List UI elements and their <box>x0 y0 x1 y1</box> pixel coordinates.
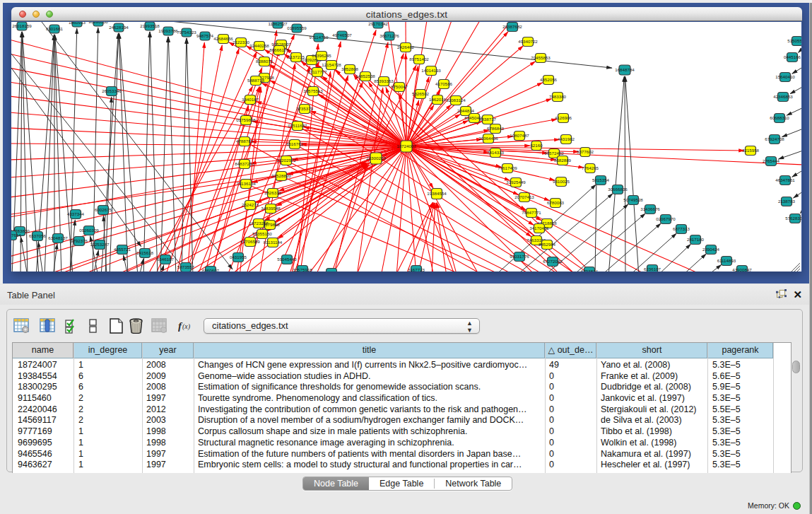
svg-text:19384554: 19384554 <box>427 191 447 196</box>
svg-text:6786843: 6786843 <box>487 126 505 131</box>
svg-text:6360607: 6360607 <box>202 268 220 271</box>
svg-text:31925449: 31925449 <box>506 180 526 185</box>
svg-text:56355150: 56355150 <box>252 231 272 236</box>
svg-text:8288072: 8288072 <box>256 59 273 64</box>
svg-text:85393363: 85393363 <box>374 78 394 83</box>
svg-text:07511637: 07511637 <box>288 123 307 128</box>
svg-text:14852538: 14852538 <box>355 74 375 78</box>
svg-text:14014193: 14014193 <box>421 68 441 73</box>
svg-text:39575513: 39575513 <box>303 88 323 93</box>
svg-text:9487574: 9487574 <box>196 33 214 38</box>
svg-text:8301661: 8301661 <box>46 26 64 31</box>
svg-text:2817180: 2817180 <box>687 237 705 242</box>
svg-text:4352056: 4352056 <box>540 77 558 82</box>
svg-text:26053346: 26053346 <box>102 88 122 93</box>
svg-text:5888718: 5888718 <box>247 78 265 83</box>
svg-text:77617409: 77617409 <box>498 165 517 170</box>
svg-text:11862527: 11862527 <box>268 22 288 26</box>
svg-text:85261149: 85261149 <box>322 270 341 271</box>
svg-text:51505561: 51505561 <box>787 38 801 43</box>
svg-text:34170471: 34170471 <box>529 226 549 230</box>
svg-text:20707413: 20707413 <box>514 194 534 199</box>
svg-text:9310025: 9310025 <box>553 179 570 184</box>
svg-text:67272042: 67272042 <box>543 259 563 264</box>
svg-text:2765444: 2765444 <box>763 158 780 163</box>
svg-text:75136134: 75136134 <box>236 181 256 186</box>
svg-text:8452984: 8452984 <box>539 242 556 247</box>
svg-text:36671276: 36671276 <box>379 33 399 38</box>
svg-text:61114893: 61114893 <box>717 258 736 263</box>
svg-text:2524273: 2524273 <box>242 202 259 207</box>
svg-text:15640410: 15640410 <box>775 74 795 79</box>
svg-text:57117777: 57117777 <box>307 69 327 74</box>
svg-text:6793814: 6793814 <box>581 269 599 271</box>
svg-text:89751402: 89751402 <box>409 57 429 62</box>
svg-text:5873557: 5873557 <box>177 264 195 269</box>
svg-text:2390424: 2390424 <box>702 247 720 252</box>
svg-text:0431955: 0431955 <box>230 255 247 259</box>
svg-text:5326502: 5326502 <box>412 91 430 96</box>
svg-text:86666176: 86666176 <box>269 47 289 52</box>
svg-text:3167723: 3167723 <box>408 267 425 271</box>
svg-text:22202972: 22202972 <box>276 158 296 163</box>
svg-text:4431982: 4431982 <box>558 136 575 141</box>
svg-text:4126906: 4126906 <box>555 115 572 120</box>
svg-text:49340722: 49340722 <box>518 39 538 44</box>
svg-text:4337344: 4337344 <box>67 211 85 216</box>
svg-text:43900847: 43900847 <box>732 267 752 271</box>
svg-text:2344834: 2344834 <box>457 108 475 113</box>
svg-text:4788783: 4788783 <box>236 139 254 144</box>
svg-text:87706589: 87706589 <box>240 239 260 244</box>
svg-text:8682889: 8682889 <box>554 158 572 163</box>
svg-text:42346853: 42346853 <box>773 94 793 99</box>
svg-text:8750047: 8750047 <box>391 84 408 89</box>
svg-text:97114710: 97114710 <box>309 35 329 40</box>
svg-text:92440268: 92440268 <box>249 43 269 48</box>
svg-text:12154728: 12154728 <box>322 62 341 67</box>
svg-text:6780083: 6780083 <box>547 200 565 205</box>
svg-text:49746507: 49746507 <box>332 33 352 37</box>
svg-text:19093786: 19093786 <box>158 28 178 33</box>
svg-text:3852808: 3852808 <box>341 66 359 71</box>
svg-text:59045440: 59045440 <box>277 257 297 262</box>
svg-text:62160: 62160 <box>530 143 543 148</box>
svg-text:20364436: 20364436 <box>478 136 498 141</box>
svg-text:50749528: 50749528 <box>623 197 643 202</box>
svg-text:67924708: 67924708 <box>765 136 784 141</box>
svg-text:46347861: 46347861 <box>775 177 795 182</box>
svg-text:2426462: 2426462 <box>397 45 415 49</box>
svg-text:1415618: 1415618 <box>136 250 154 255</box>
svg-text:6546107: 6546107 <box>157 257 175 262</box>
svg-text:01396245: 01396245 <box>312 53 331 58</box>
svg-text:84837261: 84837261 <box>235 161 254 166</box>
svg-text:7764265: 7764265 <box>582 165 599 170</box>
svg-text:2138783: 2138783 <box>778 199 796 204</box>
svg-text:29170342: 29170342 <box>368 22 388 26</box>
svg-text:6516761: 6516761 <box>286 141 304 146</box>
svg-text:92083124: 92083124 <box>446 98 466 103</box>
svg-text:81131144: 81131144 <box>264 240 283 245</box>
svg-text:23300203: 23300203 <box>366 156 386 160</box>
svg-text:7483380: 7483380 <box>549 94 567 99</box>
svg-text:5815354: 5815354 <box>592 177 610 182</box>
svg-text:79754323: 79754323 <box>177 30 196 35</box>
svg-text:6002675: 6002675 <box>95 207 112 212</box>
svg-text:11253287: 11253287 <box>90 242 110 247</box>
svg-text:42684656: 42684656 <box>213 36 233 41</box>
svg-text:21993518: 21993518 <box>140 23 160 28</box>
svg-text:97528820: 97528820 <box>271 173 291 178</box>
svg-text:90996030: 90996030 <box>88 22 108 24</box>
svg-text:02067970: 02067970 <box>656 216 676 221</box>
svg-text:6877313: 6877313 <box>673 226 690 231</box>
svg-text:9792376: 9792376 <box>71 238 88 243</box>
svg-text:63048137: 63048137 <box>48 235 68 240</box>
svg-text:18724007: 18724007 <box>396 144 416 148</box>
svg-text:40037614: 40037614 <box>11 233 21 238</box>
svg-text:2122330: 2122330 <box>233 40 250 45</box>
svg-text:26018159: 26018159 <box>12 23 32 28</box>
svg-text:70455853: 70455853 <box>531 55 551 60</box>
svg-text:6236107: 6236107 <box>644 267 661 271</box>
svg-text:4655721: 4655721 <box>114 247 131 252</box>
svg-text:1462016: 1462016 <box>429 97 447 102</box>
svg-text:96572492: 96572492 <box>544 151 564 156</box>
